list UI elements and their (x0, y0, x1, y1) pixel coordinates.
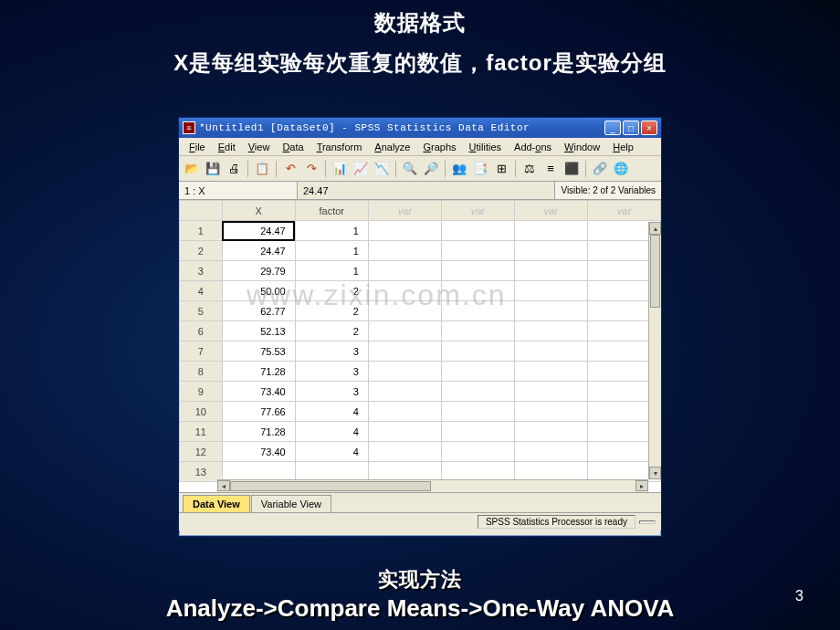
value-labels-icon[interactable]: ⚖ (520, 160, 539, 178)
cell-x[interactable]: 29.79 (222, 261, 295, 281)
cell-empty[interactable] (514, 321, 587, 341)
menu-analyze[interactable]: Analyze (368, 140, 416, 154)
row-header[interactable]: 11 (180, 422, 223, 442)
cell-x[interactable]: 62.77 (222, 301, 295, 321)
cell-x[interactable]: 77.66 (222, 402, 295, 422)
menu-utilities[interactable]: Utilities (463, 140, 508, 154)
cell-empty[interactable] (368, 382, 441, 402)
table-row[interactable]: 562.772 (180, 301, 661, 321)
scroll-down-button[interactable]: ▾ (649, 467, 661, 479)
corner-cell[interactable] (180, 201, 223, 221)
column-header-factor[interactable]: factor (295, 201, 368, 221)
table-row[interactable]: 1171.284 (180, 422, 661, 442)
column-header-empty[interactable]: var (514, 201, 587, 221)
column-header-empty[interactable]: var (587, 201, 660, 221)
table-row[interactable]: 124.471 (180, 221, 661, 241)
cell-factor[interactable]: 3 (295, 382, 368, 402)
cell-empty[interactable] (514, 422, 587, 442)
row-header[interactable]: 8 (180, 362, 223, 382)
use-sets-icon[interactable]: ≡ (541, 160, 560, 178)
table-row[interactable]: 973.403 (180, 382, 661, 402)
undo-icon[interactable]: ↶ (281, 160, 299, 178)
cell-factor[interactable]: 4 (295, 402, 368, 422)
tab-variable-view[interactable]: Variable View (251, 495, 331, 512)
goto-variable-icon[interactable]: 📈 (352, 160, 370, 178)
table-row[interactable]: 871.283 (180, 362, 661, 382)
close-button[interactable]: × (641, 121, 657, 135)
cell-x[interactable]: 24.47 (222, 221, 295, 241)
table-row[interactable]: 775.533 (180, 341, 661, 362)
cell-empty[interactable] (441, 422, 514, 442)
save-icon[interactable]: 💾 (204, 160, 222, 178)
table-row[interactable]: 329.791 (180, 261, 661, 281)
cell-empty[interactable] (368, 281, 441, 301)
column-header-empty[interactable]: var (368, 201, 441, 221)
cell-empty[interactable] (514, 362, 587, 382)
minimize-button[interactable]: _ (604, 121, 621, 135)
menu-addons[interactable]: Add-ons (508, 140, 558, 154)
cell-empty[interactable] (368, 221, 441, 241)
redo-icon[interactable]: ↷ (302, 160, 320, 178)
cell-factor[interactable]: 1 (295, 261, 368, 281)
table-row[interactable]: 224.471 (180, 241, 661, 261)
menu-transform[interactable]: Transform (310, 140, 369, 154)
find-icon[interactable]: 🔍 (401, 160, 419, 178)
row-header[interactable]: 4 (180, 281, 223, 301)
row-header[interactable]: 9 (180, 382, 223, 402)
cell-factor[interactable]: 2 (295, 301, 368, 321)
cell-factor[interactable]: 4 (295, 422, 368, 442)
cell-factor[interactable]: 3 (295, 362, 368, 382)
menu-view[interactable]: View (242, 140, 277, 154)
select-cases-icon[interactable]: ⊞ (492, 160, 510, 178)
column-header-empty[interactable]: var (441, 201, 514, 221)
cell-empty[interactable] (368, 241, 441, 261)
cell-x[interactable]: 52.13 (222, 321, 295, 341)
cell-empty[interactable] (514, 241, 587, 261)
cell-x[interactable]: 71.28 (222, 422, 295, 442)
cell-x[interactable]: 24.47 (222, 241, 295, 261)
variables-icon[interactable]: 📉 (373, 160, 391, 178)
vertical-scroll-thumb[interactable] (650, 235, 660, 308)
table-row[interactable]: 652.132 (180, 321, 661, 341)
menu-file[interactable]: File (183, 140, 212, 154)
row-header[interactable]: 5 (180, 301, 223, 321)
spell-check-icon[interactable]: 🔗 (591, 160, 609, 178)
menu-help[interactable]: Help (606, 140, 640, 154)
cell-x[interactable]: 75.53 (222, 341, 295, 362)
cell-empty[interactable] (441, 382, 514, 402)
menu-window[interactable]: Window (558, 140, 606, 154)
dialog-recall-icon[interactable]: 📋 (253, 160, 271, 178)
cell-empty[interactable] (441, 301, 514, 321)
cell-empty[interactable] (514, 402, 587, 422)
cell-factor[interactable]: 1 (295, 221, 368, 241)
scroll-left-button[interactable]: ◂ (217, 480, 230, 491)
cell-empty[interactable] (441, 362, 514, 382)
table-row[interactable]: 450.002 (180, 281, 661, 301)
row-header[interactable]: 2 (180, 241, 223, 261)
scroll-right-button[interactable]: ▸ (635, 480, 648, 491)
row-header[interactable]: 7 (180, 341, 223, 362)
data-grid[interactable]: X factor var var var var 124.471224.4713… (179, 200, 661, 492)
goto-case-icon[interactable]: 📊 (331, 160, 349, 178)
cell-reference[interactable]: 1 : X (179, 182, 298, 199)
row-header[interactable]: 13 (180, 462, 223, 482)
cell-empty[interactable] (368, 261, 441, 281)
cell-empty[interactable] (441, 321, 514, 341)
cell-factor[interactable]: 1 (295, 241, 368, 261)
cell-empty[interactable] (368, 341, 441, 362)
cell-empty[interactable] (441, 281, 514, 301)
row-header[interactable]: 1 (180, 221, 223, 241)
cell-x[interactable]: 73.40 (222, 442, 295, 462)
cell-factor[interactable]: 3 (295, 341, 368, 362)
cell-factor[interactable]: 2 (295, 281, 368, 301)
cell-empty[interactable] (441, 341, 514, 362)
cell-x[interactable]: 50.00 (222, 281, 295, 301)
menu-edit[interactable]: Edit (212, 140, 242, 154)
table-row[interactable]: 1273.404 (180, 442, 661, 462)
cell-empty[interactable] (441, 402, 514, 422)
cell-factor[interactable]: 4 (295, 442, 368, 462)
cell-x[interactable]: 71.28 (222, 362, 295, 382)
cell-empty[interactable] (514, 221, 587, 241)
data-table[interactable]: X factor var var var var 124.471224.4713… (179, 200, 661, 482)
cell-empty[interactable] (441, 261, 514, 281)
